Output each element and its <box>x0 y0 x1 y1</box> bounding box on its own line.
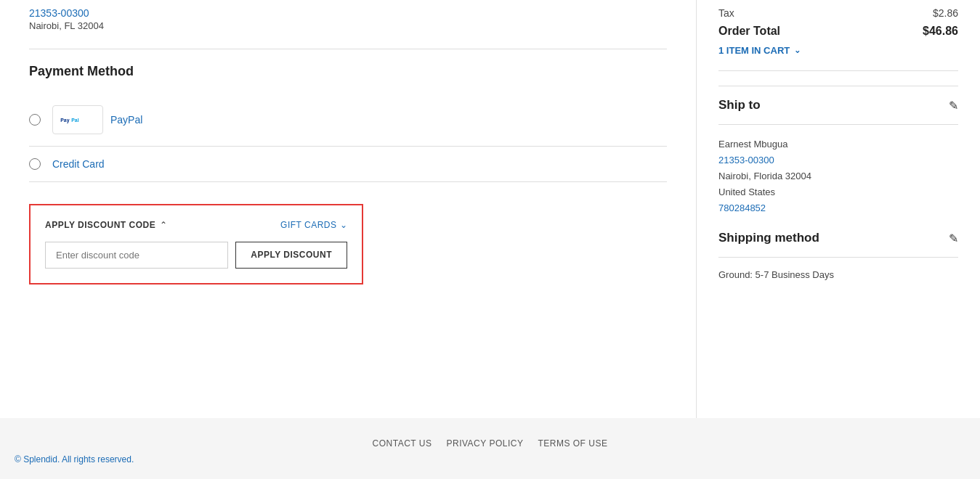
terms-of-use-link[interactable]: TERMS OF USE <box>538 438 607 449</box>
gift-cards-button[interactable]: GIFT CARDS ⌄ <box>280 220 347 230</box>
order-total-row: Order Total $46.86 <box>718 25 958 38</box>
gift-cards-chevron-icon: ⌄ <box>340 220 348 230</box>
shipping-method-title: Shipping method <box>718 231 819 245</box>
credit-card-option: Credit Card <box>29 147 667 182</box>
paypal-radio[interactable] <box>29 114 41 126</box>
discount-header: APPLY DISCOUNT CODE ⌃ GIFT CARDS ⌄ <box>45 220 347 230</box>
svg-text:Pay: Pay <box>60 118 69 123</box>
shipping-method-edit-icon[interactable]: ✎ <box>949 232 958 245</box>
ship-to-country: United States <box>718 184 958 200</box>
discount-header-left: APPLY DISCOUNT CODE ⌃ <box>45 220 167 230</box>
tax-row: Tax $2.86 <box>718 7 958 19</box>
credit-card-label: Credit Card <box>52 158 105 170</box>
divider-ship-to-content <box>718 124 958 125</box>
credit-card-radio[interactable] <box>29 158 41 170</box>
footer-copyright: © Splendid. All rights reserved. <box>15 454 965 464</box>
footer-copyright-text: © Splendid. All rights reserved. <box>15 454 134 464</box>
contact-us-link[interactable]: CONTACT US <box>373 438 432 449</box>
footer-links: CONTACT US PRIVACY POLICY TERMS OF USE <box>15 438 965 449</box>
cart-chevron-icon: ⌄ <box>794 46 801 55</box>
address-block: 21353-00300 Nairobi, FL 32004 <box>29 0 667 49</box>
order-summary-top: Tax $2.86 Order Total $46.86 1 ITEM IN C… <box>718 0 958 71</box>
order-total-label: Order Total <box>718 25 780 38</box>
shipping-method-value: Ground: 5-7 Business Days <box>718 269 958 280</box>
divider-shipping-method <box>718 257 958 258</box>
ship-to-section: Ship to ✎ Earnest Mbugua 21353-00300 Nai… <box>718 98 958 216</box>
apply-discount-button[interactable]: APPLY DISCOUNT <box>235 242 347 269</box>
svg-text:Pal: Pal <box>71 118 78 123</box>
discount-chevron-icon: ⌃ <box>160 220 167 230</box>
payment-method-title: Payment Method <box>29 64 667 79</box>
tax-label: Tax <box>718 7 734 19</box>
left-panel: 21353-00300 Nairobi, FL 32004 Payment Me… <box>0 0 697 418</box>
paypal-logo: Pay Pal <box>52 105 103 134</box>
shipping-method-header: Shipping method ✎ <box>718 231 958 245</box>
paypal-option: Pay Pal PayPal <box>29 94 667 147</box>
cart-toggle[interactable]: 1 ITEM IN CART ⌄ <box>718 45 958 56</box>
ship-to-info: Earnest Mbugua 21353-00300 Nairobi, Flor… <box>718 136 958 216</box>
ship-to-zip-link[interactable]: 21353-00300 <box>718 155 774 165</box>
gift-cards-label: GIFT CARDS <box>280 220 336 230</box>
paypal-icon: Pay Pal <box>60 111 96 128</box>
footer: CONTACT US PRIVACY POLICY TERMS OF USE ©… <box>0 418 980 479</box>
discount-title: APPLY DISCOUNT CODE <box>45 220 155 230</box>
privacy-policy-link[interactable]: PRIVACY POLICY <box>446 438 523 449</box>
divider-ship-to <box>718 86 958 86</box>
right-panel: Tax $2.86 Order Total $46.86 1 ITEM IN C… <box>697 0 980 418</box>
paypal-label: PayPal <box>110 114 142 126</box>
address-zip-link[interactable]: 21353-00300 <box>29 7 89 19</box>
ship-to-edit-icon[interactable]: ✎ <box>949 99 958 112</box>
ship-to-city-state: Nairobi, Florida 32004 <box>718 168 958 184</box>
shipping-method-section: Shipping method ✎ Ground: 5-7 Business D… <box>718 231 958 280</box>
cart-toggle-label: 1 ITEM IN CART <box>718 45 790 56</box>
ship-to-header: Ship to ✎ <box>718 98 958 112</box>
tax-amount: $2.86 <box>933 7 958 19</box>
discount-code-input[interactable] <box>45 242 228 269</box>
ship-to-title: Ship to <box>718 98 761 112</box>
discount-inputs: APPLY DISCOUNT <box>45 242 347 269</box>
ship-to-phone-link[interactable]: 780284852 <box>718 202 766 213</box>
ship-to-name: Earnest Mbugua <box>718 136 958 152</box>
address-city-state: Nairobi, FL 32004 <box>29 19 667 34</box>
discount-section: APPLY DISCOUNT CODE ⌃ GIFT CARDS ⌄ APPLY… <box>29 204 363 284</box>
order-total-amount: $46.86 <box>923 25 958 38</box>
